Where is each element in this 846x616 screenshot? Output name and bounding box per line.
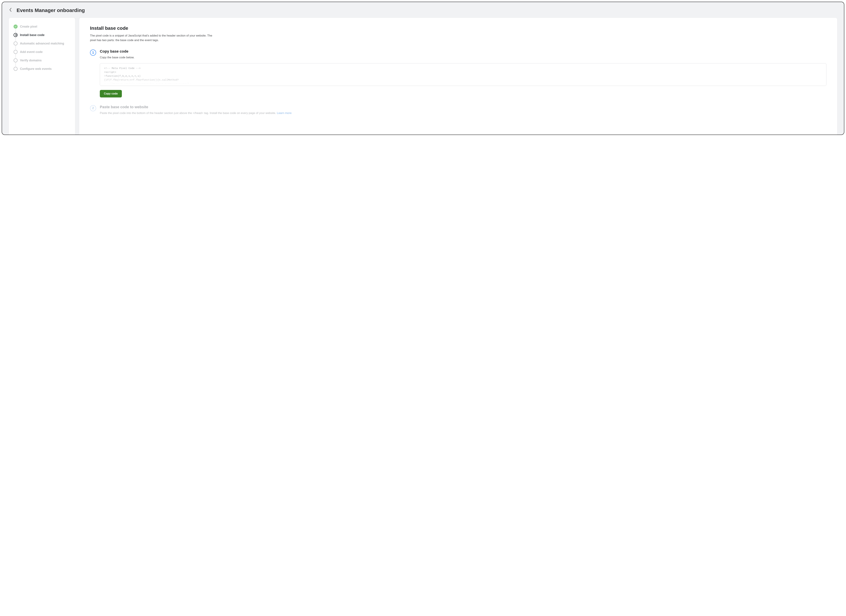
sidebar-step-install-base-code[interactable]: Install base code xyxy=(13,32,70,40)
step-label: Create pixel xyxy=(20,25,37,28)
code-snippet-box[interactable]: <!-- Meta Pixel Code --> <script> !funct… xyxy=(100,63,826,86)
substep-text: Copy the base code below. xyxy=(100,55,826,60)
substep-paste-base-code: 2 Paste base code to website Paste the p… xyxy=(90,105,826,115)
substep-text-span: Paste the pixel code into the bottom of … xyxy=(100,111,276,114)
step-circle-icon xyxy=(13,58,18,62)
substep-number-badge: 1 xyxy=(90,50,96,56)
sidebar-step-automatic-advanced-matching[interactable]: Automatic advanced matching xyxy=(13,40,70,48)
body: Create pixel Install base code Automatic… xyxy=(2,17,844,135)
learn-more-link[interactable]: Learn more xyxy=(277,111,292,114)
step-circle-icon xyxy=(13,67,18,71)
sidebar-step-create-pixel[interactable]: Create pixel xyxy=(13,23,70,32)
main-panel: Install base code The pixel code is a sn… xyxy=(79,18,837,135)
sidebar: Create pixel Install base code Automatic… xyxy=(9,18,75,135)
substep-title: Copy base code xyxy=(100,49,826,54)
substep-body: Copy base code Copy the base code below.… xyxy=(100,49,826,97)
step-check-icon xyxy=(13,25,18,29)
substep-number-badge: 2 xyxy=(90,105,96,111)
page-title: Events Manager onboarding xyxy=(16,7,85,13)
sidebar-step-configure-web-events[interactable]: Configure web events xyxy=(13,65,70,74)
substep-copy-base-code: 1 Copy base code Copy the base code belo… xyxy=(90,49,826,97)
main-description: The pixel code is a snippet of JavaScrip… xyxy=(90,33,219,43)
header: Events Manager onboarding xyxy=(2,2,844,17)
sidebar-step-verify-domains[interactable]: Verify domains xyxy=(13,57,70,65)
app-frame: Events Manager onboarding Create pixel I… xyxy=(2,2,844,135)
step-label: Verify domains xyxy=(20,59,42,62)
substep-body: Paste base code to website Paste the pix… xyxy=(100,105,826,115)
code-snippet-text: <!-- Meta Pixel Code --> <script> !funct… xyxy=(104,67,191,85)
chevron-left-icon xyxy=(9,7,12,13)
step-circle-icon xyxy=(13,41,18,45)
step-circle-icon xyxy=(13,50,18,54)
copy-code-button[interactable]: Copy code xyxy=(100,90,122,97)
step-list: Create pixel Install base code Automatic… xyxy=(13,23,70,74)
step-current-icon xyxy=(13,33,18,37)
code-fade-overlay xyxy=(100,78,826,86)
back-button[interactable] xyxy=(9,6,12,14)
step-label: Install base code xyxy=(20,33,44,37)
substep-text: Paste the pixel code into the bottom of … xyxy=(100,111,826,115)
main-title: Install base code xyxy=(90,25,826,31)
substep-title: Paste base code to website xyxy=(100,105,826,109)
step-label: Configure web events xyxy=(20,67,51,71)
sidebar-step-add-event-code[interactable]: Add event code xyxy=(13,48,70,57)
step-label: Automatic advanced matching xyxy=(20,42,64,45)
step-label: Add event code xyxy=(20,50,43,54)
